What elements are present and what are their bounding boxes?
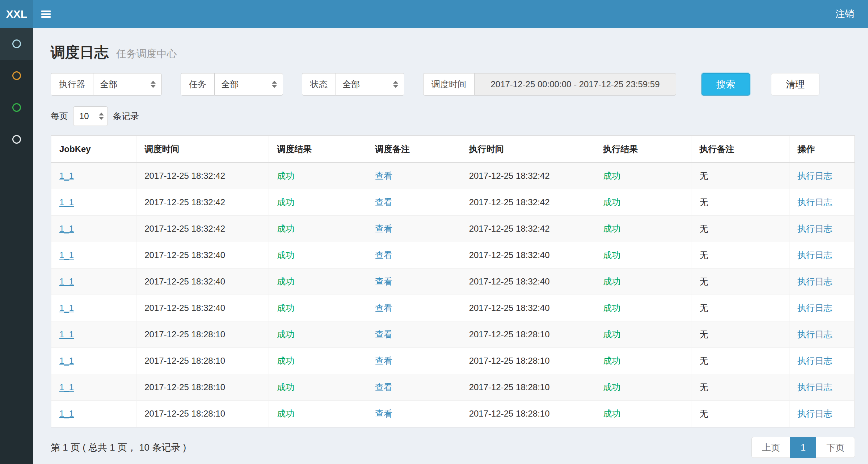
- pagination: 上页 1 下页: [751, 437, 855, 458]
- exec-result-cell: 成功: [595, 216, 691, 242]
- sidebar-toggle-button[interactable]: [33, 0, 59, 28]
- exec-result-cell: 成功: [595, 295, 691, 321]
- table-row: 1_12017-12-25 18:28:10成功查看2017-12-25 18:…: [51, 374, 855, 401]
- page-size-value: 10: [79, 111, 89, 121]
- exec-remark-cell: 无: [691, 401, 789, 427]
- exec-time-cell: 2017-12-25 18:32:40: [461, 242, 595, 269]
- sched-time-cell: 2017-12-25 18:32:42: [136, 216, 269, 242]
- page-size-suffix-label: 条记录: [113, 110, 139, 122]
- sched-remark-link[interactable]: 查看: [367, 269, 461, 295]
- exec-log-link[interactable]: 执行日志: [789, 321, 855, 348]
- clear-button[interactable]: 清理: [771, 73, 819, 96]
- sched-result-cell: 成功: [269, 295, 367, 321]
- page-size-select[interactable]: 10: [73, 106, 108, 126]
- exec-time-cell: 2017-12-25 18:28:10: [461, 401, 595, 427]
- exec-result-cell: 成功: [595, 321, 691, 348]
- sched-result-cell: 成功: [269, 163, 367, 189]
- exec-remark-cell: 无: [691, 163, 789, 189]
- exec-remark-cell: 无: [691, 348, 789, 374]
- jobkey-link[interactable]: 1_1: [51, 401, 136, 427]
- exec-result-cell: 成功: [595, 401, 691, 427]
- exec-log-link[interactable]: 执行日志: [789, 401, 855, 427]
- select-arrows-icon: [99, 113, 104, 120]
- status-filter-group: 状态 全部: [302, 73, 404, 96]
- table-row: 1_12017-12-25 18:32:40成功查看2017-12-25 18:…: [51, 242, 855, 269]
- jobkey-link[interactable]: 1_1: [51, 295, 136, 321]
- exec-time-cell: 2017-12-25 18:28:10: [461, 348, 595, 374]
- sched-result-cell: 成功: [269, 348, 367, 374]
- exec-remark-cell: 无: [691, 295, 789, 321]
- exec-log-link[interactable]: 执行日志: [789, 189, 855, 216]
- sched-remark-link[interactable]: 查看: [367, 189, 461, 216]
- sched-remark-link[interactable]: 查看: [367, 163, 461, 189]
- job-select[interactable]: 全部: [214, 73, 283, 96]
- executor-select[interactable]: 全部: [93, 73, 162, 96]
- sched-remark-link[interactable]: 查看: [367, 295, 461, 321]
- executor-select-value: 全部: [100, 79, 117, 90]
- exec-log-link[interactable]: 执行日志: [789, 163, 855, 189]
- sched-time-cell: 2017-12-25 18:28:10: [136, 348, 269, 374]
- circle-icon: [12, 103, 21, 112]
- exec-log-link[interactable]: 执行日志: [789, 242, 855, 269]
- status-filter-label: 状态: [302, 73, 336, 96]
- circle-icon: [12, 39, 21, 48]
- search-button[interactable]: 搜索: [701, 73, 750, 96]
- jobkey-link[interactable]: 1_1: [51, 348, 136, 374]
- exec-result-cell: 成功: [595, 242, 691, 269]
- exec-log-link[interactable]: 执行日志: [789, 269, 855, 295]
- page-size-prefix-label: 每页: [51, 110, 68, 122]
- exec-log-link[interactable]: 执行日志: [789, 216, 855, 242]
- jobkey-link[interactable]: 1_1: [51, 163, 136, 189]
- exec-result-cell: 成功: [595, 269, 691, 295]
- select-arrows-icon: [393, 81, 398, 88]
- pagination-page-1-button[interactable]: 1: [790, 437, 816, 458]
- executor-filter-label: 执行器: [51, 73, 93, 96]
- jobkey-link[interactable]: 1_1: [51, 242, 136, 269]
- exec-result-cell: 成功: [595, 348, 691, 374]
- table-row: 1_12017-12-25 18:32:40成功查看2017-12-25 18:…: [51, 269, 855, 295]
- time-filter-label: 调度时间: [423, 73, 474, 96]
- column-header: 调度备注: [367, 136, 461, 163]
- sched-remark-link[interactable]: 查看: [367, 374, 461, 401]
- top-navbar: XXL 注销: [0, 0, 868, 28]
- executor-filter-group: 执行器 全部: [51, 73, 162, 96]
- column-header: 执行备注: [691, 136, 789, 163]
- sched-result-cell: 成功: [269, 321, 367, 348]
- exec-log-link[interactable]: 执行日志: [789, 348, 855, 374]
- sched-time-cell: 2017-12-25 18:32:40: [136, 269, 269, 295]
- exec-time-cell: 2017-12-25 18:32:42: [461, 163, 595, 189]
- pagination-next-button[interactable]: 下页: [816, 437, 855, 458]
- sidebar-item-1[interactable]: [0, 28, 33, 60]
- exec-log-link[interactable]: 执行日志: [789, 295, 855, 321]
- logout-link[interactable]: 注销: [835, 8, 854, 20]
- job-filter-group: 任务 全部: [181, 73, 283, 96]
- sidebar-item-3[interactable]: [0, 92, 33, 123]
- sidebar-item-4[interactable]: [0, 123, 33, 155]
- sched-remark-link[interactable]: 查看: [367, 321, 461, 348]
- exec-remark-cell: 无: [691, 189, 789, 216]
- pagination-prev-button[interactable]: 上页: [751, 437, 791, 458]
- app-logo[interactable]: XXL: [0, 0, 33, 28]
- exec-time-cell: 2017-12-25 18:28:10: [461, 374, 595, 401]
- jobkey-link[interactable]: 1_1: [51, 269, 136, 295]
- jobkey-link[interactable]: 1_1: [51, 374, 136, 401]
- table-row: 1_12017-12-25 18:28:10成功查看2017-12-25 18:…: [51, 321, 855, 348]
- sched-remark-link[interactable]: 查看: [367, 348, 461, 374]
- sched-remark-link[interactable]: 查看: [367, 401, 461, 427]
- jobkey-link[interactable]: 1_1: [51, 321, 136, 348]
- sched-result-cell: 成功: [269, 242, 367, 269]
- sidebar-item-2[interactable]: [0, 60, 33, 92]
- column-header: 操作: [789, 136, 855, 163]
- page-header: 调度日志 任务调度中心: [51, 42, 855, 62]
- exec-log-link[interactable]: 执行日志: [789, 374, 855, 401]
- job-filter-label: 任务: [181, 73, 214, 96]
- select-arrows-icon: [272, 81, 277, 88]
- column-header: 调度时间: [136, 136, 269, 163]
- log-table: JobKey调度时间调度结果调度备注执行时间执行结果执行备注操作 1_12017…: [51, 136, 855, 427]
- status-select[interactable]: 全部: [336, 73, 404, 96]
- time-range-input[interactable]: 2017-12-25 00:00:00 - 2017-12-25 23:59:5…: [474, 73, 676, 96]
- sched-remark-link[interactable]: 查看: [367, 242, 461, 269]
- jobkey-link[interactable]: 1_1: [51, 216, 136, 242]
- sched-remark-link[interactable]: 查看: [367, 216, 461, 242]
- jobkey-link[interactable]: 1_1: [51, 189, 136, 216]
